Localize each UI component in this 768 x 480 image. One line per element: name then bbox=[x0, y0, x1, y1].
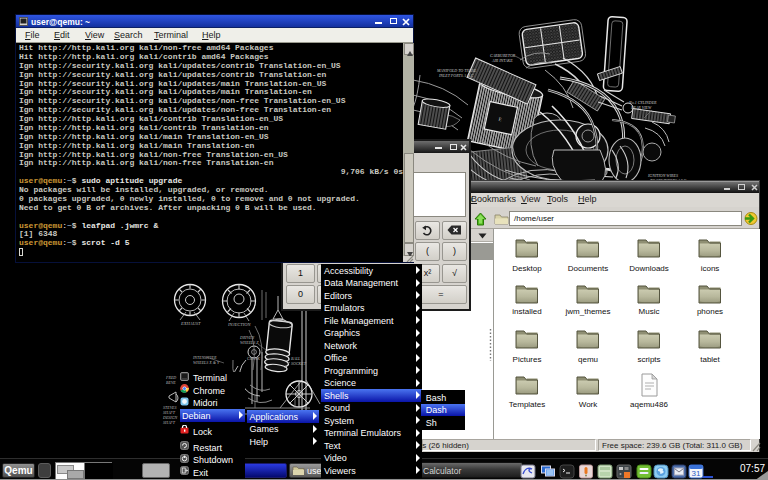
svg-text:BEVE: BEVE bbox=[166, 380, 176, 385]
svg-text:WHEELS X & Y: WHEELS X & Y bbox=[193, 360, 220, 365]
svg-text:SHAFT: SHAFT bbox=[163, 420, 176, 425]
svg-text:REAR VIEW: REAR VIEW bbox=[630, 105, 652, 110]
svg-text:AIR INTAKE: AIR INTAKE bbox=[491, 58, 513, 63]
svg-text:SOCKET: SOCKET bbox=[291, 361, 307, 366]
svg-text:WHEELS Z: WHEELS Z bbox=[240, 340, 259, 345]
svg-text:INJECTION: INJECTION bbox=[227, 322, 251, 327]
svg-text:31: 31 bbox=[692, 469, 701, 478]
svg-text:EXHAUST: EXHAUST bbox=[180, 321, 201, 326]
svg-text:CRANK: CRANK bbox=[247, 356, 260, 361]
